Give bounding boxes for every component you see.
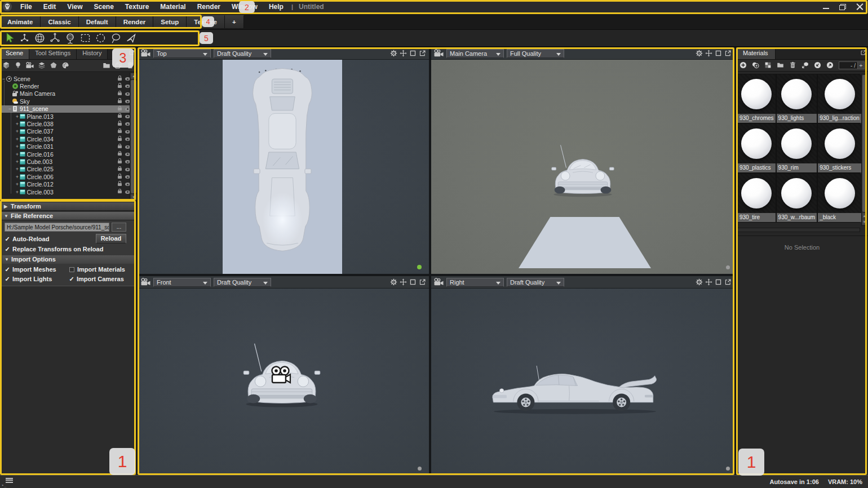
lock-icon[interactable] — [118, 85, 122, 88]
scroll-up-icon[interactable]: ▲ — [862, 213, 866, 219]
viewport-quality-select[interactable]: Full Quality — [507, 49, 564, 58]
tree-expand-toggle[interactable]: + — [15, 144, 20, 149]
menu-item[interactable]: Render — [192, 0, 226, 14]
tree-expand-toggle[interactable]: + — [15, 136, 20, 142]
polygon-select-tool-icon[interactable] — [124, 31, 138, 46]
tree-item[interactable]: + Circle.006 — [0, 173, 136, 180]
delete-icon[interactable] — [126, 61, 134, 70]
material-swatch[interactable]: 930_stickers — [818, 124, 861, 172]
pan-icon[interactable] — [705, 278, 712, 286]
workspace-tab[interactable]: Setup — [153, 15, 187, 28]
import-option[interactable]: Import Cameras — [69, 275, 133, 283]
lock-icon[interactable] — [118, 153, 122, 156]
popout-icon[interactable] — [724, 278, 732, 286]
viewport-camera-select[interactable]: Front — [153, 278, 211, 287]
delete-icon[interactable] — [789, 61, 796, 70]
workspace-tab[interactable]: Render — [116, 15, 154, 28]
viewport-quality-select[interactable]: Draft Quality — [507, 278, 564, 287]
checkbox-checked-icon[interactable] — [5, 236, 10, 242]
export-cube-icon[interactable] — [801, 61, 809, 70]
menu-item[interactable]: File — [15, 0, 38, 14]
marquee-select-tool-icon[interactable] — [78, 31, 92, 46]
checkbox[interactable] — [5, 267, 10, 273]
viewport-camera-select[interactable]: Main Camera — [446, 49, 504, 58]
lock-icon[interactable] — [118, 115, 122, 118]
restore-button[interactable] — [834, 0, 851, 14]
pan-icon[interactable] — [705, 50, 712, 57]
tree-expand-toggle[interactable]: + — [15, 166, 20, 172]
maximize-icon[interactable] — [409, 278, 417, 286]
tree-expand-toggle[interactable]: + — [15, 189, 20, 195]
lock-icon[interactable] — [118, 78, 122, 81]
material-swatch[interactable]: 930_plastics — [738, 124, 776, 172]
camera-gizmo-icon[interactable] — [269, 365, 292, 385]
pan-icon[interactable] — [400, 50, 407, 57]
workspace-tab[interactable]: Texture — [187, 15, 225, 28]
lock-icon[interactable] — [118, 161, 122, 163]
file-path-input[interactable]: H:/Sample Model Porsche/source/911_sce — [5, 223, 109, 232]
material-swatch[interactable]: 930_lig...raction — [818, 74, 861, 123]
material-swatch[interactable]: 930_chromes — [738, 74, 776, 123]
tree-expand-toggle[interactable]: − — [1, 76, 6, 82]
workspace-tab[interactable]: Animate — [0, 15, 41, 28]
popout-icon[interactable] — [419, 50, 426, 57]
tree-item[interactable]: + Cube.003 — [0, 158, 136, 165]
workspace-tab[interactable]: + — [225, 15, 244, 28]
checkbox[interactable] — [69, 276, 74, 282]
new-light-icon[interactable] — [14, 61, 22, 70]
maximize-icon[interactable] — [715, 278, 722, 286]
select-tool-icon[interactable] — [2, 31, 16, 46]
lock-icon[interactable] — [118, 108, 122, 110]
materials-tab[interactable]: Materials — [736, 47, 776, 59]
viewport-camera-select[interactable]: Top — [153, 49, 211, 58]
tree-item[interactable]: + Plane.013 — [0, 113, 136, 120]
lock-icon[interactable] — [118, 168, 122, 171]
tree-scrollbar[interactable]: ▲ ▼ — [130, 73, 136, 201]
new-material-icon[interactable] — [61, 61, 69, 70]
close-button[interactable] — [851, 0, 868, 14]
tree-item[interactable]: + Circle.037 — [0, 128, 136, 135]
viewport-front-canvas[interactable] — [138, 289, 429, 475]
menu-item[interactable]: Texture — [119, 0, 154, 14]
transform-section-header[interactable]: Transform — [1, 202, 136, 211]
viewport-right-canvas[interactable] — [431, 289, 734, 475]
sphere-gizmo-tool-icon[interactable] — [63, 31, 77, 46]
app-logo-icon[interactable] — [0, 0, 15, 14]
menu-item[interactable]: View — [61, 0, 88, 14]
maximize-icon[interactable] — [409, 50, 417, 57]
minimize-button[interactable] — [817, 0, 834, 14]
viewport-main-canvas[interactable] — [431, 60, 734, 274]
counter-plus-button[interactable]: + — [858, 61, 865, 69]
tree-expand-toggle[interactable]: + — [15, 181, 20, 187]
scrollbar-thumb[interactable] — [862, 75, 866, 212]
material-swatch[interactable]: 930_w...rbaum — [777, 174, 817, 222]
lock-icon[interactable] — [118, 130, 122, 133]
scroll-down-icon[interactable]: ▼ — [862, 219, 866, 225]
lock-icon[interactable] — [118, 176, 122, 179]
lock-icon[interactable] — [118, 183, 122, 186]
lock-icon[interactable] — [118, 92, 122, 95]
lasso-select-tool-icon[interactable] — [109, 31, 123, 46]
tree-item[interactable]: Sky — [0, 97, 136, 105]
tree-item[interactable]: + Circle.025 — [0, 166, 136, 173]
replace-transforms-option[interactable]: Replace Transforms on Reload — [5, 246, 103, 252]
viewport-camera-select[interactable]: Right — [446, 278, 504, 287]
menu-item[interactable]: Edit — [38, 0, 62, 14]
viewport-quality-select[interactable]: Draft Quality — [214, 278, 271, 287]
workspace-tab[interactable]: Default — [79, 15, 116, 28]
instance-material-icon[interactable] — [752, 61, 759, 70]
settings-icon[interactable] — [696, 278, 703, 286]
material-swatch[interactable]: _black — [818, 174, 861, 222]
panel-popout-icon[interactable] — [129, 50, 135, 57]
scroll-down-icon[interactable]: ▼ — [131, 194, 136, 200]
tree-item[interactable]: Render — [0, 82, 136, 90]
tree-item[interactable]: + Circle.038 — [0, 120, 136, 127]
tree-item[interactable]: − 911_scene — [0, 105, 136, 113]
maximize-icon[interactable] — [715, 50, 722, 57]
panel-tab[interactable]: History — [77, 47, 108, 59]
import-option[interactable]: Import Materials — [69, 265, 133, 273]
tree-item[interactable]: Main Camera — [0, 90, 136, 97]
panel-tab[interactable]: Tool Settings — [29, 47, 77, 59]
lock-icon[interactable] — [118, 190, 122, 193]
new-layers-icon[interactable] — [38, 61, 46, 70]
